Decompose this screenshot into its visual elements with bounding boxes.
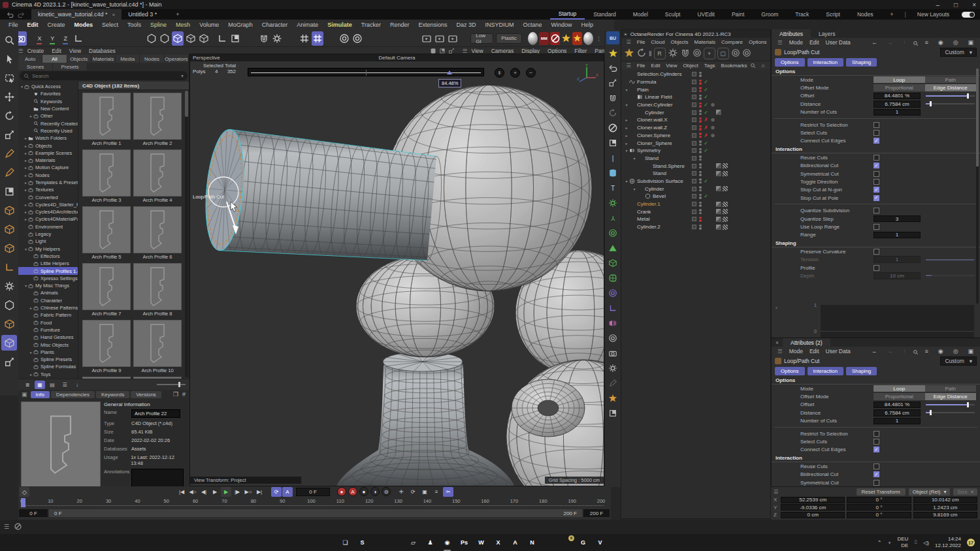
attributes-menu-item[interactable]: Mode [786,348,806,354]
layout-tab[interactable]: Script [817,9,849,20]
object-color-swatch[interactable] [692,194,696,198]
viewport[interactable]: Loop/Path Cut Perspective Default Camera… [189,54,604,486]
autokey-button[interactable]: A [348,487,357,496]
back-icon[interactable]: ← [868,348,881,355]
layout-toggle[interactable] [962,12,975,18]
object-tree-item[interactable]: Crank ⊕ [621,208,770,215]
attr-lock-icon[interactable]: ◉ [935,39,947,46]
coord-value[interactable]: 52.2539 cm [781,497,845,503]
octane-close-icon[interactable]: × [624,31,627,37]
checkbox[interactable]: ✓ [874,265,879,271]
octane-add-icon[interactable]: + [704,48,715,59]
taskbar-icon[interactable]: X [493,537,504,548]
slider[interactable] [926,259,975,260]
taskbar-icon[interactable] [629,537,640,548]
bell-notify-icon[interactable] [1,278,17,294]
maximize-button[interactable]: □ [954,1,958,8]
taskbar-icon[interactable]: A [510,537,521,548]
timeline-range-bar[interactable]: 0 F 200 F [49,509,582,517]
coord-value[interactable]: 10.0142 cm [913,497,977,503]
purple-circle-icon[interactable] [606,287,619,300]
grid-icon[interactable] [299,31,310,46]
visibility-dots[interactable] [699,102,702,108]
pen-tool-icon[interactable] [1,146,17,161]
visibility-dots[interactable] [699,225,702,230]
object-manager-menu-item[interactable]: Tags [701,63,718,69]
enable-toggle[interactable]: ✓ [703,178,710,184]
undo-icon[interactable] [7,11,14,18]
layout-tab[interactable]: Standard [585,9,625,20]
asset-grid-scrollbar[interactable] [185,91,188,377]
pause-hud-button[interactable]: ‖ [495,68,504,78]
asset-tree-item[interactable]: ▸ Cycles4DMaterialPack-4 [18,215,78,223]
segmented-control[interactable]: ProportionalEdge Distance [874,393,976,400]
visibility-dots[interactable] [699,95,702,100]
coord-value[interactable]: 0 ° [847,497,911,503]
rectangle-selection-icon[interactable] [1,70,17,86]
microphone-icon[interactable]: ♆ [887,540,891,546]
object-color-swatch[interactable] [692,72,696,76]
checkbox[interactable]: ✓ [874,224,879,230]
up-icon[interactable]: ↑ [900,39,909,46]
axis-z-button[interactable]: Z [59,31,71,46]
octane-menu-item[interactable]: Options [745,39,770,45]
menu-item[interactable]: MoGraph [223,22,257,28]
object-manager-menu-item[interactable]: View [663,63,680,69]
object-tree-item[interactable]: Cylinder.2 ⊕ [621,223,770,231]
checkbox[interactable]: ✓ [874,431,879,437]
status-menu-icon[interactable]: ☰ [4,524,9,530]
asset-tree-item[interactable]: Legacy [18,230,78,238]
attributes-menu-item[interactable]: Mode [786,39,806,46]
goto-start-button[interactable]: |◀ [176,487,187,497]
taskbar-icon[interactable] [374,537,385,548]
visibility-dots[interactable] [699,186,702,191]
zoom-in-hud-button[interactable]: + [510,68,520,78]
asset-tree-item[interactable]: ▾ Quick Access [18,83,78,90]
attr-popout-icon[interactable]: ▣ [964,39,977,46]
asset-thumbnail[interactable]: Arch Profile 4 [133,150,182,204]
render-picture-viewer-icon[interactable] [447,31,459,46]
object-color-swatch[interactable] [692,133,696,138]
cubes-tool-icon[interactable] [606,257,619,270]
octane-menu-item[interactable]: Objects [668,39,691,45]
object-tree-item[interactable]: ▾ Plain ✓ ⊕ [621,86,770,93]
copy-icon[interactable]: ❐ [173,391,178,398]
object-color-swatch[interactable] [692,118,696,122]
material-ball2[interactable] [583,32,593,45]
record-off-button[interactable]: ● [359,487,368,496]
object-tree-item[interactable]: ▾ Cylinder ⊕ [621,185,770,193]
object-tree-item[interactable]: Stand ⊕ [621,170,770,178]
object-color-swatch[interactable] [692,210,696,214]
menu-item[interactable]: Extensions [414,22,451,28]
menu-item[interactable]: Animate [292,22,323,28]
thumbnail-size-slider[interactable] [157,384,186,385]
object-tree-item[interactable]: ▾ Subdivision Surface ✓ ⊕ [621,178,770,185]
slider[interactable] [926,412,975,413]
coord-mode-dropdown[interactable]: Object (Rel)▾ [909,488,951,496]
object-manager-menu-item[interactable]: Edit [648,63,663,69]
object-color-swatch[interactable] [692,87,696,92]
checkbox[interactable]: ✓ [874,122,879,128]
menu-item[interactable]: Tools [123,22,146,28]
keyframe-diamond-icon[interactable]: ◇ [20,487,29,497]
asset-filter-tab[interactable]: Operators [165,55,189,63]
menu-item[interactable]: Spline [146,22,171,28]
cube-primitive-icon[interactable] [1,202,17,218]
status-stop-icon[interactable] [14,523,22,531]
axis-x-button[interactable]: X [33,31,45,46]
slider[interactable] [926,95,975,97]
find-tool-icon[interactable] [1,32,17,48]
rotate-tool-icon[interactable] [1,108,17,123]
asset-tree-item[interactable]: ▸ Chinese Patterns [18,304,78,311]
object-color-swatch[interactable] [692,225,696,229]
taskbar-icon[interactable]: G [578,537,589,548]
preset-dropdown[interactable]: Custom▾ [940,48,977,57]
checkbox[interactable]: ✓ [874,480,879,486]
visibility-dots[interactable] [699,87,702,92]
checkbox[interactable]: ✓ [874,447,879,452]
asset-tree-item[interactable]: ▸ Plants [18,349,78,356]
checkbox[interactable]: ✓ [874,208,879,213]
asset-tree-item[interactable]: Xpresso Settings [18,275,78,282]
enable-toggle[interactable]: ✓ [703,140,710,146]
octane-folder-icon[interactable]: ▢ [717,48,729,59]
